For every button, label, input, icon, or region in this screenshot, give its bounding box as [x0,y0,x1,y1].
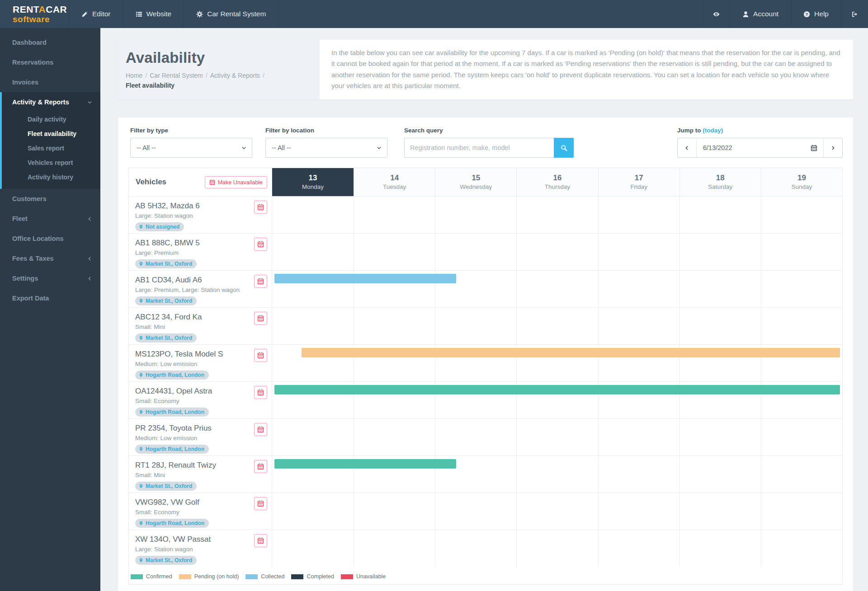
date-navigator: 6/13/2022 [677,138,843,158]
logout-button[interactable] [841,0,868,28]
prev-day-button[interactable] [678,138,697,157]
vehicle-calendar-button[interactable] [254,386,267,399]
day-cell [761,493,842,530]
filter-location-group: Filter by location -- All -- [265,127,387,158]
day-cell [679,271,761,307]
map-pin-icon [139,409,143,415]
vehicle-calendar-button[interactable] [254,201,267,214]
day-cell [598,271,679,307]
sidebar-item-label: Office Locations [12,235,64,242]
filter-location-value: -- All -- [272,144,291,151]
vehicle-calendar-button[interactable] [254,275,267,288]
sidebar-subitem-activity-history[interactable]: Activity history [2,170,100,184]
date-input[interactable]: 6/13/2022 [697,138,823,157]
nav-item-editor[interactable]: Editor [69,0,123,28]
vehicle-week-grid [272,271,842,307]
vehicle-cell: RT1 28J, Renault Twizy Small: Mini Marke… [129,456,272,492]
vehicle-row-ms123po: MS123PO, Tesla Model S Medium: Low emiss… [129,344,842,381]
map-pin-icon [139,446,143,452]
sidebar-item-dashboard[interactable]: Dashboard [0,33,100,52]
filter-type-select[interactable]: -- All -- [130,138,252,158]
legend-item-pending: Pending (on hold) [179,573,239,580]
next-day-button[interactable] [823,138,842,157]
day-cell [761,197,842,233]
vehicle-calendar-button[interactable] [254,238,267,251]
day-name: Monday [302,183,324,190]
day-number: 18 [716,174,725,183]
legend-swatch [341,574,353,579]
account-menu[interactable]: Account [730,0,791,28]
sidebar-item-export-data[interactable]: Export Data [0,288,100,308]
calendar-header-row: Vehicles Make Unavailable 13 Monday 14 T… [129,168,842,196]
make-unavailable-button[interactable]: Make Unavailable [205,176,267,188]
vehicle-calendar-button[interactable] [254,534,267,547]
today-link[interactable]: (today) [703,127,723,134]
reservation-bar-confirmed[interactable] [274,459,456,469]
preview-button[interactable] [703,0,730,28]
reservation-bar-confirmed[interactable] [274,385,840,394]
sidebar-item-fleet[interactable]: Fleet [0,209,100,229]
calendar-icon [257,463,264,470]
day-cell [761,271,842,307]
help-menu[interactable]: ?Help [791,0,841,28]
sidebar-subitem-sales-report[interactable]: Sales report [2,141,100,155]
search-input[interactable] [404,138,554,158]
help-label: Help [814,10,829,18]
day-cell [516,197,598,233]
calendar-icon [257,389,264,396]
sidebar-item-fees-taxes[interactable]: Fees & Taxes [0,249,100,268]
day-cell [272,530,354,567]
breadcrumb-separator: / [263,72,264,79]
calendar-body: AB 5H32, Mazda 6 Large: Station wagon No… [129,196,842,567]
filter-type-group: Filter by type -- All -- [130,127,252,158]
location-label: Market St., Oxford [146,335,192,341]
day-header-19: 19 Sunday [761,168,842,196]
sidebar-item-settings[interactable]: Settings [0,268,100,288]
day-cell [679,530,761,567]
vehicles-header-cell: Vehicles Make Unavailable [129,168,272,196]
day-cell [435,530,516,567]
nav-item-car-rental-system[interactable]: Car Rental System [184,0,278,28]
day-cell [516,308,598,344]
vehicle-name: VWG982, VW Golf [135,498,265,507]
vehicle-week-grid [272,308,842,344]
sidebar-item-reservations[interactable]: Reservations [0,52,100,72]
day-number: 14 [390,174,399,183]
jump-to-group: Jump to (today) 6/13/2022 [677,127,843,158]
eye-icon [713,11,720,18]
sidebar-subitem-fleet-availability[interactable]: Fleet availability [2,127,100,141]
reservation-bar-pending[interactable] [302,348,840,357]
legend-label: Confirmed [146,573,172,580]
nav-item-website[interactable]: Website [123,0,184,28]
vehicle-row-abc12-34: ABC12 34, Ford Ka Small: Mini Market St.… [129,307,842,344]
vehicle-calendar-button[interactable] [254,497,267,510]
breadcrumb-car-rental-system[interactable]: Car Rental System [150,72,203,79]
search-button[interactable] [554,138,574,158]
sidebar-item-customers[interactable]: Customers [0,189,100,209]
vehicle-calendar-button[interactable] [254,349,267,362]
filter-location-select[interactable]: -- All -- [265,138,387,158]
sidebar-subitem-daily-activity[interactable]: Daily activity [2,112,100,127]
vehicle-calendar-button[interactable] [254,460,267,473]
reservation-bar-collected[interactable] [274,274,456,283]
sidebar-subitem-vehicles-report[interactable]: Vehicles report [2,155,100,170]
breadcrumb-home[interactable]: Home [126,72,142,79]
vehicle-calendar-button[interactable] [254,312,267,325]
account-label: Account [753,10,778,18]
top-navbar: RENTACAR software EditorWebsiteCar Renta… [0,0,868,28]
breadcrumb-activity-reports[interactable]: Activity & Reports [210,72,260,79]
sidebar-item-invoices[interactable]: Invoices [0,72,100,92]
day-cell [272,234,354,270]
legend-swatch [179,574,191,579]
nav-item-label: Website [146,10,172,18]
day-cell [354,493,435,530]
sidebar-item-activity-reports[interactable]: Activity & Reports [2,92,100,112]
app-logo[interactable]: RENTACAR software [0,0,69,28]
filters-bar: Filter by type -- All -- Filter by locat… [128,127,843,158]
location-label: Hogarth Road, London [146,520,204,526]
vehicle-calendar-button[interactable] [254,423,267,436]
sidebar-item-office-locations[interactable]: Office Locations [0,229,100,249]
calendar-icon [257,426,264,433]
day-cell [516,493,598,530]
vehicle-name: PR 2354, Toyota Prius [135,424,265,433]
